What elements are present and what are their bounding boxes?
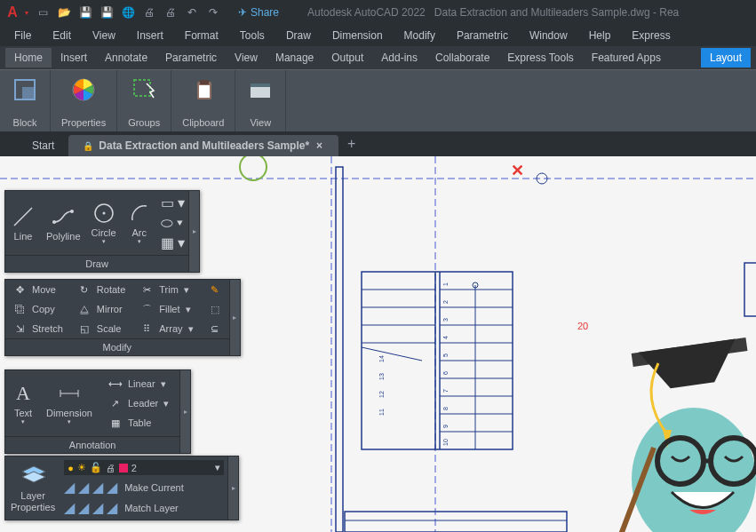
palette-modify[interactable]: ✥Move ↻Rotate ✂Trim ▾ ✎ ⿻Copy ⧋Mirror ⌒F… — [4, 279, 241, 356]
save-icon[interactable]: 💾 — [78, 5, 92, 20]
tool-explode[interactable]: ⬚ — [201, 299, 229, 319]
tool-circle[interactable]: Circle▾ — [86, 191, 122, 255]
tab-annotate[interactable]: Annotate — [96, 48, 156, 67]
tool-line[interactable]: Line — [5, 191, 41, 255]
panel-view[interactable]: View — [235, 70, 286, 131]
layer-tool-4[interactable]: ◢ — [107, 479, 117, 496]
tab-layout[interactable]: Layout — [701, 48, 751, 67]
menu-insert[interactable]: Insert — [128, 28, 172, 44]
tab-start[interactable]: Start — [18, 135, 68, 156]
undo-icon[interactable]: ↶ — [185, 5, 199, 20]
layer-tool-6[interactable]: ◢ — [78, 499, 89, 516]
menu-edit[interactable]: Edit — [44, 28, 80, 44]
tool-array[interactable]: ⠿Array ▾ — [132, 319, 200, 338]
tab-express-tools[interactable]: Express Tools — [498, 48, 582, 67]
saveas-icon[interactable]: 💾 — [99, 5, 114, 20]
tool-linear[interactable]: ⟷Linear ▾ — [101, 374, 176, 393]
tool-offset[interactable]: ⊆ — [201, 319, 229, 338]
tab-view[interactable]: View — [226, 48, 267, 67]
expand-draw[interactable]: ▸ — [188, 191, 199, 272]
tab-document-active[interactable]: Data Extraction and Multileaders Sample*… — [68, 135, 338, 156]
tab-output[interactable]: Output — [322, 48, 372, 67]
svg-text:6: 6 — [442, 371, 449, 375]
tool-polyline[interactable]: Polyline — [41, 191, 86, 255]
menu-modify[interactable]: Modify — [395, 28, 444, 44]
tab-collaborate[interactable]: Collaborate — [426, 48, 498, 67]
layer-tool-2[interactable]: ◢ — [78, 479, 89, 496]
tool-text[interactable]: AText▾ — [5, 370, 41, 436]
tab-home[interactable]: Home — [5, 48, 52, 67]
layer-dropdown[interactable]: ● ☀ 🔓 🖨 2 ▾ — [64, 460, 224, 475]
expand-annotation[interactable]: ▸ — [179, 370, 190, 453]
tool-fillet[interactable]: ⌒Fillet ▾ — [132, 299, 200, 319]
tool-stretch[interactable]: ⇲Stretch — [5, 319, 70, 338]
tool-layer-properties[interactable]: Layer Properties — [5, 457, 60, 520]
menu-parametric[interactable]: Parametric — [448, 28, 517, 44]
tool-move[interactable]: ✥Move — [5, 280, 70, 299]
tool-table[interactable]: ▦Table — [101, 413, 176, 433]
tab-addins[interactable]: Add-ins — [372, 48, 426, 67]
leader-icon: ↗ — [108, 396, 123, 410]
plot-icon[interactable]: 🖨 — [142, 5, 156, 20]
ribbon-panels: Block Properties Groups Clipboard View — [0, 69, 756, 131]
palette-layers[interactable]: Layer Properties ● ☀ 🔓 🖨 2 ▾ ◢ ◢ ◢ ◢ — [4, 456, 239, 520]
print-icon[interactable]: 🖨 — [163, 5, 178, 20]
tool-copy[interactable]: ⿻Copy — [5, 299, 70, 319]
menu-window[interactable]: Window — [521, 28, 577, 44]
svg-rect-3 — [134, 80, 150, 96]
menu-tools[interactable]: Tools — [231, 28, 274, 44]
make-current-button[interactable]: Make Current — [121, 479, 187, 496]
tool-leader[interactable]: ↗Leader ▾ — [101, 393, 176, 413]
close-tab-icon[interactable]: × — [314, 139, 324, 152]
rect-icon[interactable]: ▭ ▾ — [161, 195, 185, 211]
menu-help[interactable]: Help — [580, 28, 620, 44]
add-tab-button[interactable]: + — [338, 131, 364, 156]
menu-view[interactable]: View — [84, 28, 124, 44]
expand-modify[interactable]: ▸ — [229, 280, 240, 355]
share-button[interactable]: ✈ Share — [238, 6, 279, 19]
web-icon[interactable]: 🌐 — [121, 5, 135, 20]
svg-text:14: 14 — [378, 355, 385, 362]
tool-arc[interactable]: Arc▾ — [122, 191, 157, 255]
layer-tool-8[interactable]: ◢ — [107, 499, 117, 516]
tool-scale[interactable]: ◱Scale — [70, 319, 132, 338]
tool-erase[interactable]: ✎ — [201, 280, 229, 299]
svg-line-20 — [362, 347, 422, 361]
ellipse-icon[interactable]: ⬭ ▾ — [161, 215, 185, 231]
app-logo[interactable]: A — [0, 4, 25, 20]
expand-layers[interactable]: ▸ — [227, 457, 238, 520]
tab-featured-apps[interactable]: Featured Apps — [583, 48, 670, 67]
panel-block[interactable]: Block — [0, 70, 51, 131]
tool-dimension[interactable]: Dimension▾ — [41, 370, 98, 436]
layer-tool-1[interactable]: ◢ — [64, 479, 75, 496]
menu-draw[interactable]: Draw — [277, 28, 320, 44]
palette-annotation[interactable]: AText▾ Dimension▾ ⟷Linear ▾ ↗Leader ▾ ▦T… — [4, 369, 191, 454]
svg-rect-8 — [251, 83, 270, 87]
panel-properties[interactable]: Properties — [51, 70, 117, 131]
open-icon[interactable]: 📂 — [57, 5, 71, 20]
layer-tool-7[interactable]: ◢ — [92, 499, 103, 516]
svg-text:1: 1 — [442, 282, 449, 286]
layer-tool-5[interactable]: ◢ — [64, 499, 75, 516]
layer-tool-3[interactable]: ◢ — [92, 479, 103, 496]
tab-manage[interactable]: Manage — [267, 48, 322, 67]
redo-icon[interactable]: ↷ — [206, 5, 220, 20]
panel-clipboard[interactable]: Clipboard — [171, 70, 235, 131]
tab-parametric[interactable]: Parametric — [156, 48, 226, 67]
match-layer-button[interactable]: Match Layer — [121, 499, 182, 516]
tool-mirror[interactable]: ⧋Mirror — [70, 299, 132, 319]
fillet-icon: ⌒ — [139, 302, 154, 316]
menu-format[interactable]: Format — [176, 28, 227, 44]
tool-rotate[interactable]: ↻Rotate — [70, 280, 132, 299]
menu-file[interactable]: File — [5, 28, 40, 44]
menu-dimension[interactable]: Dimension — [323, 28, 392, 44]
svg-point-54 — [52, 220, 56, 224]
tool-trim[interactable]: ✂Trim ▾ — [132, 280, 200, 299]
palette-draw[interactable]: Line Polyline Circle▾ Arc▾ ▭ ▾ ⬭ ▾ ▦ ▾ D… — [4, 190, 200, 273]
tab-insert[interactable]: Insert — [52, 48, 96, 67]
drawing-workspace[interactable]: ✕ 20 14 13 12 11 1 2 3 4 5 6 7 8 9 10 Li… — [0, 156, 756, 532]
menu-express[interactable]: Express — [623, 28, 679, 44]
hatch-icon[interactable]: ▦ ▾ — [161, 234, 185, 251]
panel-groups[interactable]: Groups — [117, 70, 171, 131]
new-icon[interactable]: ▭ — [36, 5, 50, 20]
